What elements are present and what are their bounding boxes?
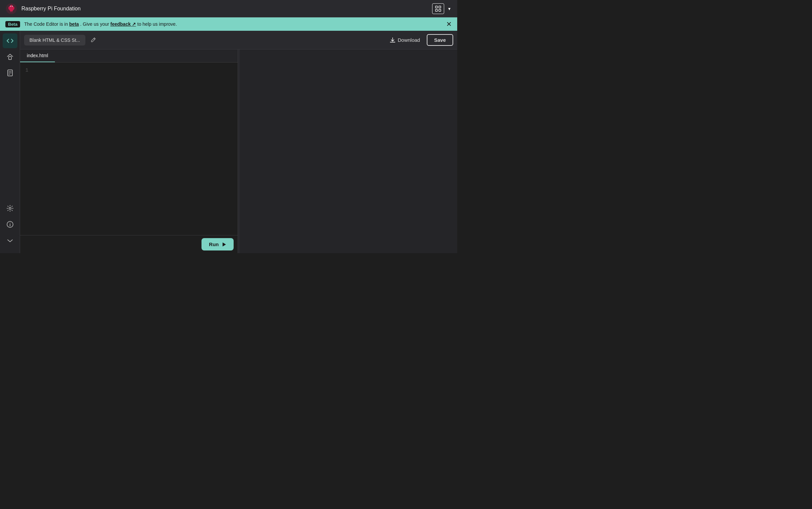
navbar-left: Raspberry Pi Foundation [5,3,81,15]
save-button[interactable]: Save [427,34,453,46]
home-icon [6,53,14,61]
svg-rect-13 [9,57,11,60]
svg-rect-8 [12,11,12,12]
run-button[interactable]: Run [201,238,233,250]
editor-area: Blank HTML & CSS St... Download Save [20,31,457,253]
pencil-icon [90,37,96,43]
toolbar: Blank HTML & CSS St... Download Save [20,31,457,49]
code-panel: index.html 1 Run [20,49,238,253]
line-number-1: 1 [25,68,28,73]
gear-icon [6,205,14,212]
beta-link[interactable]: beta [69,22,79,27]
navbar-title: Raspberry Pi Foundation [22,6,81,12]
svg-rect-12 [439,9,441,11]
sidebar-item-expand[interactable] [3,233,18,248]
edit-project-name-button[interactable] [88,35,98,45]
banner-text: The Code Editor is in beta . Give us you… [24,22,442,27]
navbar-right: ▾ [432,3,452,14]
download-icon [389,37,396,43]
sidebar-item-info[interactable] [3,217,18,232]
feedback-link[interactable]: feedback ↗ [111,22,136,27]
svg-marker-24 [223,242,226,246]
sidebar-item-settings[interactable] [3,201,18,216]
banner-close-button[interactable]: ✕ [446,21,452,27]
beta-banner: Beta The Code Editor is in beta . Give u… [0,18,457,31]
code-editor[interactable]: 1 [20,63,238,235]
file-tabs: index.html [20,49,238,63]
main-layout: Blank HTML & CSS St... Download Save [0,31,457,253]
preview-panel [240,49,458,253]
svg-point-5 [10,6,11,7]
svg-rect-11 [435,9,437,11]
info-icon [6,221,14,228]
svg-rect-9 [435,6,437,8]
sidebar-item-files[interactable] [3,66,18,80]
play-icon [222,242,226,247]
sidebar [0,31,20,253]
panels-container: index.html 1 Run [20,49,457,253]
sidebar-item-code[interactable] [3,33,18,48]
svg-point-4 [10,8,13,11]
grid-view-button[interactable] [432,3,444,14]
svg-point-18 [9,207,11,209]
code-icon [6,37,14,44]
svg-line-22 [94,38,95,39]
project-name-button[interactable]: Blank HTML & CSS St... [24,35,85,45]
navbar-chevron-button[interactable]: ▾ [447,5,452,13]
svg-rect-10 [439,6,441,8]
beta-badge: Beta [5,21,20,27]
sidebar-bottom [3,201,18,250]
svg-rect-7 [10,11,11,12]
expand-icon [6,237,14,244]
svg-point-6 [12,6,13,7]
file-tab-index-html[interactable]: index.html [20,49,55,62]
grid-icon [435,6,441,12]
sidebar-item-home[interactable] [3,49,18,64]
run-bar: Run [20,235,238,253]
svg-point-21 [10,223,10,224]
file-icon [6,69,14,76]
navbar: Raspberry Pi Foundation ▾ [0,0,457,18]
download-button[interactable]: Download [385,34,424,46]
raspberry-pi-logo [5,3,18,15]
